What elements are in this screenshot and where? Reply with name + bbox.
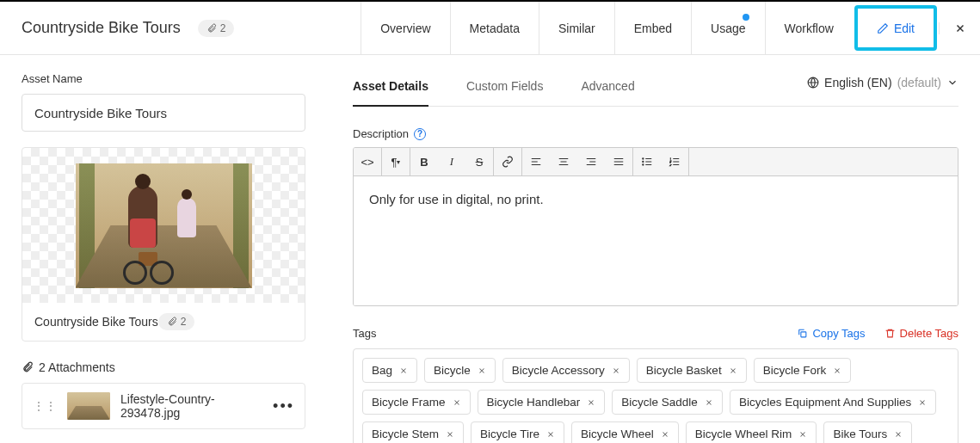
svg-point-1: [643, 158, 644, 159]
align-justify-icon: [613, 156, 625, 168]
page-title: Countryside Bike Tours: [22, 19, 181, 37]
attachment-filename: Lifestyle-Country-293478.jpg: [120, 392, 262, 420]
attachment-count-pill[interactable]: 2: [198, 20, 235, 37]
tag[interactable]: Bicycle Accessory: [502, 358, 630, 383]
tag[interactable]: Bicycle Saddle: [612, 390, 723, 415]
copy-icon: [797, 328, 808, 339]
bullet-list-icon: [641, 156, 653, 168]
svg-point-2: [643, 161, 644, 162]
tag-label: Bicycle Handlebar: [487, 396, 581, 409]
tag-label: Bicycle Stem: [372, 428, 439, 440]
paperclip-icon: [206, 23, 217, 34]
remove-tag-icon[interactable]: [587, 398, 595, 407]
attachments-label: 2 Attachments: [39, 360, 115, 374]
italic-button[interactable]: I: [438, 148, 465, 175]
tab-workflow[interactable]: Workflow: [765, 2, 853, 54]
tag[interactable]: Bicycles Equipment And Supplies: [730, 390, 936, 415]
tag[interactable]: Bicycle Wheel Rim: [686, 421, 817, 443]
tab-usage[interactable]: Usage: [691, 2, 764, 54]
tag-label: Bicycles Equipment And Supplies: [739, 396, 911, 409]
remove-tag-icon[interactable]: [446, 430, 454, 439]
paragraph-format-button[interactable]: ¶▾: [382, 148, 410, 175]
remove-tag-icon[interactable]: [729, 366, 737, 375]
ordered-list-icon: [669, 156, 681, 168]
align-justify-button[interactable]: [605, 148, 632, 175]
tag[interactable]: Bicycle: [424, 358, 496, 383]
bold-button[interactable]: B: [410, 148, 438, 175]
tag-label: Bicycle Frame: [372, 396, 446, 409]
paperclip-icon: [167, 317, 177, 327]
tag-label: Bike Tours: [833, 428, 887, 440]
preview-title: Countryside Bike Tours: [34, 315, 158, 329]
attachment-count: 2: [220, 22, 226, 34]
remove-tag-icon[interactable]: [798, 430, 807, 439]
remove-tag-icon[interactable]: [612, 366, 620, 375]
remove-tag-icon[interactable]: [918, 398, 927, 407]
align-center-button[interactable]: [550, 148, 577, 175]
tag-label: Bicycle Saddle: [621, 396, 698, 409]
tag[interactable]: Bag: [362, 358, 417, 383]
tab-metadata[interactable]: Metadata: [450, 2, 539, 54]
description-label: Description: [353, 127, 409, 140]
tab-similar[interactable]: Similar: [539, 2, 614, 54]
paperclip-icon: [22, 361, 34, 373]
remove-tag-icon[interactable]: [546, 430, 555, 439]
align-center-icon: [558, 156, 570, 168]
align-left-button[interactable]: [522, 148, 550, 175]
tab-embed[interactable]: Embed: [614, 2, 691, 54]
remove-tag-icon[interactable]: [833, 366, 841, 375]
strikethrough-button[interactable]: S: [465, 148, 493, 175]
drag-handle-icon[interactable]: ⋮⋮: [33, 399, 57, 413]
tags-container[interactable]: BagBicycleBicycle AccessoryBicycle Baske…: [353, 348, 958, 443]
close-icon: [954, 22, 966, 34]
code-view-button[interactable]: <>: [354, 148, 381, 175]
ordered-list-button[interactable]: [661, 148, 688, 175]
tag-label: Bag: [372, 364, 392, 377]
tag-label: Bicycle Accessory: [512, 364, 605, 377]
tag[interactable]: Bicycle Stem: [362, 421, 464, 443]
tag[interactable]: Bike Tours: [823, 421, 912, 443]
description-textarea[interactable]: Only for use in digital, no print.: [354, 176, 958, 305]
tag[interactable]: Bicycle Tire: [471, 421, 564, 443]
align-right-icon: [585, 156, 597, 168]
tag[interactable]: Bicycle Basket: [637, 358, 747, 383]
subtab-custom-fields[interactable]: Custom Fields: [466, 72, 543, 106]
link-button[interactable]: [494, 148, 521, 175]
help-icon[interactable]: ?: [414, 128, 426, 140]
language-default: (default): [897, 76, 941, 89]
delete-tags-button[interactable]: Delete Tags: [884, 327, 958, 340]
remove-tag-icon[interactable]: [399, 366, 408, 375]
tag-label: Bicycle: [434, 364, 471, 377]
tag[interactable]: Bicycle Handlebar: [478, 390, 606, 415]
tab-edit-label: Edit: [894, 22, 915, 35]
asset-preview-card[interactable]: Countryside Bike Tours 2: [22, 147, 305, 341]
subtab-asset-details[interactable]: Asset Details: [353, 72, 428, 107]
remove-tag-icon[interactable]: [705, 398, 713, 407]
language-selector[interactable]: English (EN) (default): [807, 76, 958, 89]
more-button[interactable]: •••: [273, 397, 294, 415]
subtab-advanced[interactable]: Advanced: [581, 72, 634, 106]
trash-icon: [884, 328, 896, 339]
tag-label: Bicycle Basket: [646, 364, 722, 377]
attachment-row[interactable]: ⋮⋮ Lifestyle-Country-293478.jpg •••: [22, 383, 305, 429]
remove-tag-icon[interactable]: [894, 430, 903, 439]
preview-attach-count: 2: [181, 316, 187, 328]
tab-overview[interactable]: Overview: [361, 2, 449, 54]
tab-edit[interactable]: Edit: [854, 5, 937, 51]
close-button[interactable]: [939, 22, 980, 34]
tag[interactable]: Bicycle Wheel: [571, 421, 679, 443]
tag[interactable]: Bicycle Frame: [362, 390, 471, 415]
copy-tags-button[interactable]: Copy Tags: [797, 327, 865, 340]
tag[interactable]: Bicycle Fork: [754, 358, 852, 383]
remove-tag-icon[interactable]: [453, 398, 461, 407]
remove-tag-icon[interactable]: [478, 366, 486, 375]
preview-attachment-pill: 2: [158, 313, 195, 330]
align-right-button[interactable]: [577, 148, 605, 175]
editor-toolbar: <> ¶▾ B I S: [354, 148, 958, 176]
asset-name-input[interactable]: [22, 94, 305, 132]
bullet-list-button[interactable]: [633, 148, 661, 175]
asset-name-label: Asset Name: [22, 72, 305, 85]
tags-label: Tags: [353, 327, 376, 340]
remove-tag-icon[interactable]: [661, 430, 669, 439]
pencil-icon: [877, 22, 889, 34]
